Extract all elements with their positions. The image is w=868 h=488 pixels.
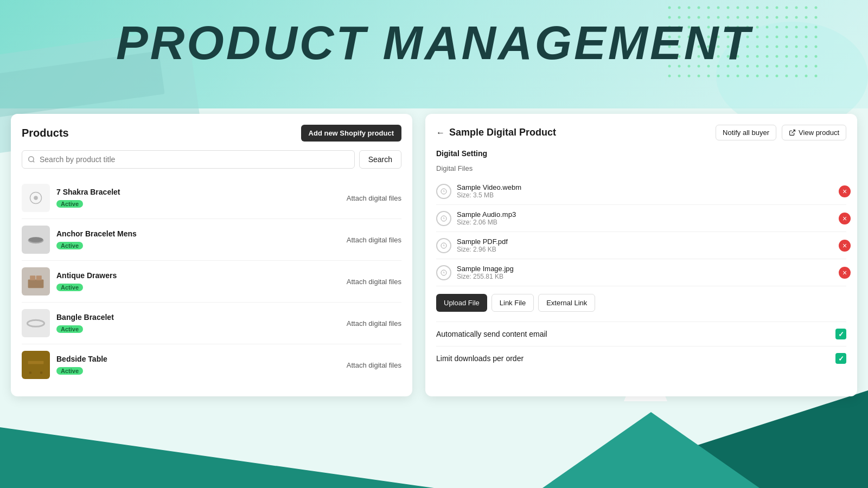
external-link-icon: [789, 129, 796, 136]
limit-downloads-row: Limit downloads per order: [436, 346, 846, 370]
external-link-button[interactable]: External Link: [538, 294, 595, 312]
attach-digital-files-link[interactable]: Attach digital files: [347, 319, 401, 328]
digital-header-left: ← Sample Digital Product: [436, 127, 556, 138]
search-input-wrapper: [22, 150, 355, 169]
auto-send-row: Automatically send content email: [436, 322, 846, 346]
digital-header-actions: Notify all buyer View product: [716, 125, 846, 140]
file-item: Sample Video.webm Size: 3.5 MB ×: [436, 178, 846, 205]
file-size: Size: 2.06 MB: [457, 219, 846, 226]
products-header: Products Add new Shopify product: [22, 125, 401, 142]
file-type-icon: [436, 184, 451, 199]
link-file-button[interactable]: Link File: [492, 294, 534, 312]
digital-panel: ← Sample Digital Product Notify all buye…: [425, 114, 857, 396]
products-panel: Products Add new Shopify product Search …: [11, 114, 412, 396]
svg-rect-13: [36, 275, 42, 280]
svg-rect-17: [29, 371, 31, 374]
file-list: Sample Video.webm Size: 3.5 MB × Sample …: [436, 178, 846, 286]
svg-point-10: [29, 237, 43, 242]
product-item: Bangle Bracelet Active Attach digital fi…: [22, 303, 401, 344]
file-details: Sample PDF.pdf Size: 2.96 KB: [457, 237, 846, 253]
product-item: Bedside Table Active Attach digital file…: [22, 344, 401, 386]
product-status-badge: Active: [56, 200, 83, 208]
file-details: Sample Image.jpg Size: 255.81 KB: [457, 265, 846, 280]
file-type-icon: [436, 238, 451, 253]
digital-setting-label: Digital Setting: [436, 149, 846, 158]
product-thumb-icon: [22, 267, 50, 296]
auto-send-label: Automatically send content email: [436, 330, 547, 338]
file-name: Sample PDF.pdf: [457, 237, 846, 246]
page-title: PRODUCT MANAGEMENT: [0, 15, 868, 70]
attach-digital-files-link[interactable]: Attach digital files: [347, 194, 401, 202]
file-type-icon: [436, 211, 451, 226]
product-thumbnail: [22, 184, 50, 212]
product-name: 7 Shakra Bracelet: [56, 188, 340, 196]
svg-line-19: [792, 130, 795, 133]
file-item: Sample Image.jpg Size: 255.81 KB ×: [436, 259, 846, 286]
product-thumbnail: [22, 309, 50, 337]
auto-send-checkbox[interactable]: [835, 329, 846, 339]
search-icon: [28, 156, 35, 163]
product-info: Antique Drawers Active: [56, 271, 340, 292]
file-delete-button[interactable]: ×: [839, 213, 851, 224]
product-thumbnail: [22, 267, 50, 296]
file-size: Size: 255.81 KB: [457, 273, 846, 280]
file-size: Size: 2.96 KB: [457, 246, 846, 253]
product-info: Anchor Bracelet Mens Active: [56, 229, 340, 250]
product-status-badge: Active: [56, 284, 83, 291]
product-thumb-icon: [22, 351, 50, 379]
svg-rect-18: [40, 371, 42, 374]
file-name: Sample Audio.mp3: [457, 210, 846, 219]
product-info: Bangle Bracelet Active: [56, 313, 340, 333]
file-details: Sample Audio.mp3 Size: 2.06 MB: [457, 210, 846, 226]
products-panel-title: Products: [22, 127, 69, 139]
digital-files-label: Digital Files: [436, 164, 846, 172]
svg-point-5: [29, 157, 34, 162]
upload-actions: Upload File Link File External Link: [436, 294, 846, 312]
search-input[interactable]: [40, 151, 349, 168]
file-delete-button[interactable]: ×: [839, 240, 851, 252]
product-name: Bedside Table: [56, 355, 340, 363]
file-item: Sample PDF.pdf Size: 2.96 KB ×: [436, 232, 846, 259]
product-item: 7 Shakra Bracelet Active Attach digital …: [22, 177, 401, 219]
search-row: Search: [22, 150, 401, 169]
product-status-badge: Active: [56, 367, 83, 375]
product-item: Anchor Bracelet Mens Active Attach digit…: [22, 219, 401, 261]
attach-digital-files-link[interactable]: Attach digital files: [347, 361, 401, 369]
product-info: Bedside Table Active: [56, 355, 340, 375]
svg-rect-12: [30, 275, 35, 280]
svg-rect-15: [28, 363, 44, 371]
product-name: Anchor Bracelet Mens: [56, 229, 340, 238]
file-delete-button[interactable]: ×: [839, 267, 851, 279]
limit-downloads-checkbox[interactable]: [835, 353, 846, 364]
search-button[interactable]: Search: [359, 150, 401, 169]
product-list: 7 Shakra Bracelet Active Attach digital …: [22, 177, 401, 386]
product-status-badge: Active: [56, 325, 83, 333]
file-name: Sample Image.jpg: [457, 265, 846, 273]
svg-point-8: [34, 196, 38, 200]
product-thumb-icon: [22, 226, 50, 254]
file-type-icon: [436, 265, 451, 280]
svg-line-6: [33, 161, 35, 163]
product-status-badge: Active: [56, 242, 83, 249]
add-product-button[interactable]: Add new Shopify product: [301, 125, 401, 142]
file-item: Sample Audio.mp3 Size: 2.06 MB ×: [436, 205, 846, 232]
notify-all-buyers-button[interactable]: Notify all buyer: [716, 125, 776, 140]
content-area: Products Add new Shopify product Search …: [0, 114, 868, 396]
product-item: Antique Drawers Active Attach digital fi…: [22, 261, 401, 303]
file-delete-button[interactable]: ×: [839, 185, 851, 197]
svg-rect-11: [28, 279, 44, 288]
product-thumb-icon: [22, 184, 50, 212]
view-product-button[interactable]: View product: [782, 125, 846, 140]
attach-digital-files-link[interactable]: Attach digital files: [347, 236, 401, 244]
upload-file-button[interactable]: Upload File: [436, 294, 487, 312]
back-button[interactable]: ←: [436, 128, 445, 138]
file-size: Size: 3.5 MB: [457, 191, 846, 199]
digital-panel-title: Sample Digital Product: [449, 127, 556, 138]
svg-rect-16: [28, 361, 44, 364]
product-name: Bangle Bracelet: [56, 313, 340, 322]
attach-digital-files-link[interactable]: Attach digital files: [347, 278, 401, 286]
svg-point-14: [27, 320, 44, 326]
product-thumbnail: [22, 226, 50, 254]
product-thumbnail: [22, 351, 50, 379]
file-name: Sample Video.webm: [457, 183, 846, 191]
